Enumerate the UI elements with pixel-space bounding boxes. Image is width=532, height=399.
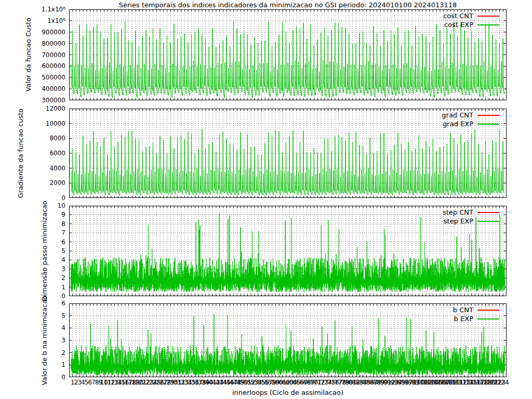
legend-line-sample-exp [477, 124, 499, 125]
legend-line-sample-cnt [477, 310, 499, 311]
y-tick-label-grad: 12000 [0, 104, 65, 113]
y-tick-label-step: 8 [0, 220, 65, 228]
x-tick-label: 124 [495, 379, 511, 387]
y-tick-label-b: 5 [0, 312, 65, 320]
y-tick-label-b: 6 [0, 299, 65, 308]
y-tick-label-step: 4 [0, 256, 65, 264]
y-tick-label-step: 1 [0, 283, 65, 291]
y-tick-label-cost: 600000 [0, 62, 65, 70]
y-tick-label-cost: 1x10⁶ [0, 17, 65, 25]
y-tick-label-cost: 700000 [0, 51, 65, 59]
plot-area-step [69, 206, 507, 296]
legend-grad: grad CNT grad EXP [442, 111, 499, 128]
legend-label-grad-cnt: grad CNT [442, 111, 473, 119]
y-tick-label-b: 0 [0, 373, 65, 381]
panel-step: step CNT step EXP [69, 206, 507, 296]
plot-area-cost [69, 9, 507, 100]
legend-row: step EXP [444, 217, 499, 225]
legend-row: b CNT [453, 306, 499, 314]
legend-row: b EXP [454, 315, 499, 323]
panel-b: b CNT b EXP [69, 303, 507, 377]
y-tick-label-cost: 800000 [0, 39, 65, 48]
y-tick-label-step: 10 [0, 202, 65, 210]
legend-row: cost EXP [444, 21, 499, 29]
series-cost-exp [71, 21, 505, 98]
panel-cost: cost CNT cost EXP [69, 9, 507, 100]
legend-label-cost-cnt: cost CNT [443, 12, 473, 20]
y-tick-label-b: 3 [0, 336, 65, 344]
legend-label-cost-exp: cost EXP [444, 21, 473, 29]
y-tick-label-b: 1 [0, 361, 65, 369]
legend-row: grad CNT [442, 111, 499, 119]
legend-label-grad-exp: grad EXP [443, 120, 473, 128]
y-tick-label-step: 7 [0, 229, 65, 237]
legend-row: cost CNT [443, 12, 499, 20]
plot-area-b [69, 303, 507, 377]
y-tick-label-grad: 2000 [0, 179, 65, 187]
legend-line-sample-exp [477, 24, 499, 25]
legend-line-sample-cnt [477, 16, 499, 17]
legend-row: step CNT [443, 208, 499, 217]
series-b-exp [71, 314, 505, 375]
legend-label-b-cnt: b CNT [453, 306, 473, 314]
y-tick-label-grad: 0 [0, 194, 65, 202]
legend-label-b-exp: b EXP [454, 315, 473, 323]
y-tick-label-grad: 8000 [0, 134, 65, 142]
y-tick-label-cost: 900000 [0, 28, 65, 36]
panel-grad: grad CNT grad EXP [69, 109, 507, 198]
chart-title: Series temporais dos indices indicadores… [69, 1, 507, 9]
series-grad-exp [71, 129, 505, 195]
y-tick-label-step: 9 [0, 210, 65, 219]
y-tick-label-grad: 6000 [0, 149, 65, 157]
legend-step: step CNT step EXP [443, 208, 499, 225]
y-tick-label-grad: 10000 [0, 119, 65, 128]
series-step-exp [71, 214, 505, 292]
legend-cost: cost CNT cost EXP [443, 12, 499, 29]
legend-row: grad EXP [443, 120, 499, 128]
legend-label-step-cnt: step CNT [443, 208, 473, 217]
plot-area-grad [69, 109, 507, 198]
gnuplot-figure: Series temporais dos indices indicadores… [0, 0, 532, 399]
y-tick-label-b: 2 [0, 349, 65, 357]
y-tick-label-cost: 1.1x10⁶ [0, 5, 65, 14]
legend-line-sample-cnt [477, 115, 499, 116]
legend-b: b CNT b EXP [453, 306, 499, 323]
y-tick-label-b: 4 [0, 324, 65, 332]
legend-line-sample-exp [477, 221, 499, 222]
legend-label-step-exp: step EXP [444, 217, 473, 225]
y-tick-label-cost: 300000 [0, 96, 65, 104]
y-tick-label-cost: 500000 [0, 73, 65, 82]
y-tick-label-grad: 4000 [0, 164, 65, 172]
y-tick-label-step: 2 [0, 274, 65, 282]
y-tick-label-step: 3 [0, 265, 65, 273]
x-axis-title: innerloops (Ciclo de assimilacao) [69, 389, 507, 396]
y-tick-label-step: 5 [0, 247, 65, 255]
legend-line-sample-exp [477, 318, 499, 320]
y-tick-label-step: 6 [0, 238, 65, 246]
legend-line-sample-cnt [477, 212, 499, 213]
y-tick-label-cost: 400000 [0, 85, 65, 93]
